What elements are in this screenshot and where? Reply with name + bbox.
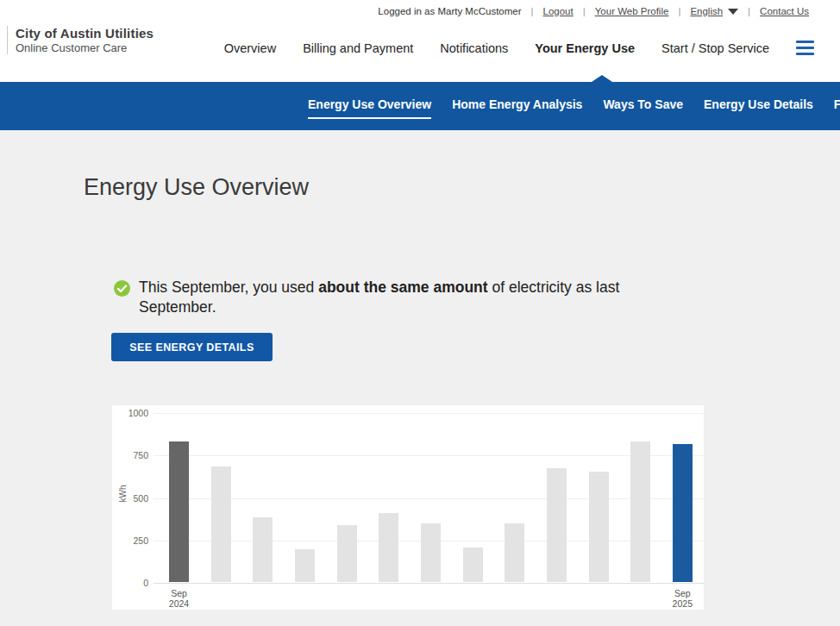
- subnav-item-energy-use-overview[interactable]: Energy Use Overview: [308, 93, 431, 119]
- subnav-item-energy-use-details[interactable]: Energy Use Details: [704, 93, 813, 119]
- hamburger-menu-icon[interactable]: [796, 41, 814, 55]
- bar-sep-2024[interactable]: [169, 441, 189, 582]
- main-nav-item-start-stop-service[interactable]: Start / Stop Service: [661, 41, 769, 55]
- bar-oct-2024[interactable]: [211, 466, 231, 582]
- bar-jul-2025[interactable]: [589, 472, 609, 582]
- brand-subtitle: Online Customer Care: [16, 41, 154, 54]
- utility-separator: |: [531, 6, 534, 16]
- language-dropdown-caret-icon: [728, 9, 738, 15]
- main-nav-item-notifications[interactable]: Notifications: [440, 41, 508, 55]
- utility-bar: Logged in as Marty McCustomer |Logout|Yo…: [378, 6, 809, 16]
- brand-title: City of Austin Utilities: [16, 26, 154, 41]
- bar-jan-2025[interactable]: [337, 525, 357, 582]
- page: Logged in as Marty McCustomer |Logout|Yo…: [0, 0, 840, 626]
- insight-highlight: about the same amount: [318, 279, 487, 296]
- main-nav-item-billing-and-payment[interactable]: Billing and Payment: [303, 41, 413, 55]
- utility-separator: |: [583, 6, 586, 16]
- header: Logged in as Marty McCustomer |Logout|Yo…: [0, 0, 840, 82]
- subnav-item-ways-to-save[interactable]: Ways To Save: [603, 93, 683, 119]
- x-tick-sep-2025: Sep2025: [648, 588, 717, 609]
- main-nav-item-your-energy-use[interactable]: Your Energy Use: [535, 41, 635, 55]
- see-energy-details-button[interactable]: SEE ENERGY DETAILS: [111, 333, 273, 361]
- bar-aug-2025[interactable]: [630, 441, 650, 582]
- gridline-750: [154, 455, 704, 456]
- subnav-item-faqs[interactable]: FAQs: [834, 93, 840, 119]
- insight-text: This September, you used about the same …: [139, 278, 672, 317]
- utility-separator: |: [748, 6, 750, 16]
- page-title: Energy Use Overview: [84, 174, 309, 201]
- insight-prefix: This September, you used: [139, 279, 318, 296]
- utility-link-logout[interactable]: Logout: [543, 6, 574, 16]
- bar-mar-2025[interactable]: [421, 523, 441, 582]
- subnav: Energy Use OverviewHome Energy AnalysisW…: [0, 82, 840, 130]
- bar-apr-2025[interactable]: [463, 548, 483, 582]
- y-tick-500: 500: [112, 493, 148, 504]
- insight-message: This September, you used about the same …: [114, 278, 672, 317]
- bar-may-2025[interactable]: [505, 523, 524, 582]
- bar-dec-2024[interactable]: [295, 549, 315, 582]
- gridline-1000: [154, 413, 704, 414]
- main-nav-item-overview[interactable]: Overview: [224, 41, 276, 55]
- subnav-items: Energy Use OverviewHome Energy AnalysisW…: [308, 82, 840, 130]
- y-tick-0: 0: [112, 578, 148, 588]
- bar-jun-2025[interactable]: [547, 468, 567, 582]
- x-tick-sep-2024: Sep2024: [145, 588, 214, 609]
- brand-logo: City of Austin Utilities Online Customer…: [7, 26, 154, 54]
- bar-sep-2025[interactable]: [673, 444, 693, 582]
- y-tick-1000: 1000: [112, 408, 148, 418]
- utility-separator: |: [678, 6, 680, 16]
- y-tick-750: 750: [112, 450, 148, 460]
- bar-nov-2024[interactable]: [253, 517, 273, 582]
- subnav-item-home-energy-analysis[interactable]: Home Energy Analysis: [452, 93, 582, 119]
- check-circle-icon: [114, 280, 130, 297]
- bar-feb-2025[interactable]: [379, 513, 398, 582]
- utility-link-contact-us[interactable]: Contact Us: [760, 6, 809, 16]
- main-nav: OverviewBilling and PaymentNotifications…: [224, 41, 814, 55]
- chart-plot-area: [154, 413, 704, 583]
- energy-use-chart: kWh 02505007501000Sep2024Sep2025: [112, 405, 704, 610]
- logged-in-status: Logged in as Marty McCustomer: [378, 6, 521, 16]
- y-tick-250: 250: [112, 535, 148, 546]
- subnav-pointer-caret: [592, 75, 612, 82]
- gridline-500: [154, 498, 704, 499]
- utility-link-english[interactable]: English: [690, 6, 738, 16]
- gridline-0: [154, 583, 704, 584]
- utility-link-your-web-profile[interactable]: Your Web Profile: [595, 6, 669, 16]
